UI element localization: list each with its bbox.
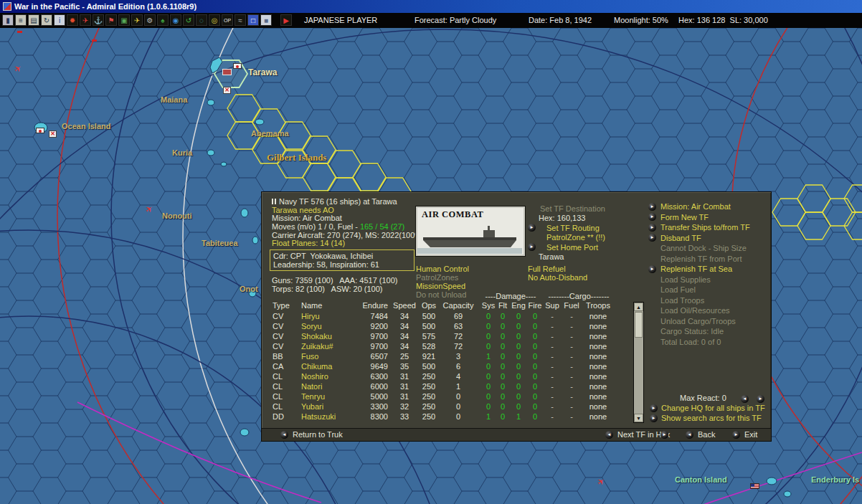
toolbar-icon-strip: ▮≡▤↻i✹✈⚓⚑▣✈⚙♠◉↺◌◎OP≈□■▶ — [2, 14, 292, 26]
ship-capacity: 6 — [442, 362, 474, 371]
exit-arrow-icon[interactable]: ► — [732, 431, 740, 439]
ship-name[interactable]: Fuso — [301, 352, 356, 361]
ship-troops: none — [583, 352, 613, 361]
info-icon[interactable]: i — [54, 14, 65, 26]
return-arrow-icon[interactable]: ◄ — [280, 431, 288, 439]
orders-icon[interactable]: ≡ — [15, 14, 27, 26]
ship-type: CA — [273, 362, 295, 371]
next-tf-arrow-icon[interactable]: ► — [660, 431, 668, 439]
ship-sys: 0 — [481, 312, 496, 320]
search-arcs-button[interactable]: Show search arcs for this TF — [661, 414, 762, 422]
ship-sys: 0 — [481, 362, 496, 371]
react-increase-icon[interactable]: ► — [757, 395, 764, 403]
ship-name[interactable]: Natori — [301, 382, 356, 391]
window-icon[interactable]: ■ — [260, 14, 272, 26]
back-arrow-icon[interactable]: ◄ — [686, 431, 693, 439]
ship-endure: 6507 — [356, 352, 388, 361]
ship-eng: 0 — [511, 352, 526, 361]
industry-icon[interactable]: ⚙ — [144, 14, 156, 26]
strategic-map[interactable]: TarawaMaianaOcean IslandAbemamaKuriaGilb… — [0, 28, 862, 504]
ship-name[interactable]: Hatsuzuki — [301, 412, 356, 421]
scroll-down-icon[interactable]: ▼ — [634, 414, 643, 422]
ship-fuel: - — [562, 372, 581, 381]
save-icon[interactable]: ▮ — [2, 14, 14, 26]
exit-button[interactable]: Exit — [744, 430, 757, 439]
ship-sys: 1 — [481, 352, 496, 361]
scrollbar-thumb[interactable] — [635, 312, 643, 338]
ship-capacity: 0 — [442, 402, 474, 411]
ship-ops: 500 — [417, 362, 441, 371]
game-window: War in the Pacific - Admiral Edition (1.… — [0, 0, 862, 504]
ship-flt: 0 — [496, 362, 510, 371]
task-force-panel: Navy TF 576 (16 ships) at Tarawa Tarawa … — [262, 192, 771, 441]
search-arcs-arrow-icon[interactable]: ► — [650, 414, 658, 422]
ship-name[interactable]: Chikuma — [301, 362, 356, 371]
column-header-name: Name — [301, 301, 356, 310]
change-hq-arrow-icon[interactable]: ► — [650, 404, 658, 412]
weather-icon[interactable]: ✹ — [67, 14, 78, 26]
ship-speed: 35 — [392, 362, 417, 371]
ship-speed: 34 — [392, 312, 417, 320]
ship-sys: 0 — [481, 332, 496, 341]
ship-troops: none — [583, 402, 613, 411]
ship-type: BB — [273, 352, 295, 361]
air-groups-icon[interactable]: ✈ — [131, 14, 143, 26]
reports-icon[interactable]: ▤ — [28, 14, 39, 26]
recycle-icon[interactable]: ↺ — [183, 14, 194, 26]
column-header-fire: Fire — [528, 301, 542, 310]
ship-capacity: 72 — [442, 342, 474, 351]
ship-eng: 0 — [511, 322, 526, 331]
ship-ops: 250 — [417, 402, 441, 411]
tree-icon[interactable]: ♠ — [157, 14, 169, 26]
ship-capacity: 72 — [442, 332, 474, 341]
date-indicator: Date: Feb 8, 1942 — [529, 13, 592, 28]
react-decrease-icon[interactable]: ◄ — [741, 395, 749, 403]
refresh-icon[interactable]: ↻ — [41, 14, 52, 26]
ship-sys: 0 — [481, 372, 496, 381]
back-button[interactable]: Back — [698, 430, 715, 439]
search-icon[interactable]: ◌ — [196, 14, 207, 26]
window-title: War in the Pacific - Admiral Edition (1.… — [14, 2, 196, 11]
ship-fire: 0 — [528, 352, 542, 361]
change-hq-button[interactable]: Change HQ for all ships in TF — [661, 404, 765, 412]
column-header-endure: Endure — [356, 301, 388, 310]
ship-name[interactable]: Shokaku — [301, 332, 356, 341]
display-icon[interactable]: □ — [247, 14, 259, 26]
contact-marker — [17, 31, 22, 33]
column-header-sys: Sys — [481, 301, 496, 310]
return-to-truk-button[interactable]: Return to Truk — [293, 430, 343, 439]
scroll-up-icon[interactable]: ▲ — [634, 303, 643, 311]
enemy-air-icon[interactable]: ✈ — [80, 14, 91, 26]
prev-tf-arrow-icon[interactable]: ◄ — [605, 431, 613, 439]
ship-speed: 34 — [392, 342, 417, 351]
ship-name[interactable]: Tenryu — [301, 392, 356, 401]
ship-ops: 500 — [417, 312, 441, 320]
signal-icon[interactable]: ≈ — [235, 14, 246, 26]
ship-name[interactable]: Noshiro — [301, 372, 356, 381]
ship-sys: 0 — [481, 342, 496, 351]
play-icon[interactable]: ▶ — [280, 14, 292, 26]
ship-name[interactable]: Soryu — [301, 322, 356, 331]
us-flag-icon — [750, 483, 759, 489]
ship-eng: 0 — [511, 382, 526, 391]
ship-table-scrollbar[interactable]: ▲ ▼ — [634, 303, 643, 422]
ship-eng: 0 — [511, 362, 526, 371]
ship-ops: 500 — [417, 322, 441, 331]
ship-name[interactable]: Zuikaku# — [301, 342, 356, 351]
naval-icon[interactable]: ⚓ — [93, 14, 104, 26]
ship-endure: 9700 — [356, 332, 388, 341]
ship-name[interactable]: Yubari — [301, 402, 356, 411]
ship-sup: - — [544, 412, 560, 421]
ship-troops: none — [583, 332, 613, 341]
ship-ops: 250 — [417, 412, 441, 421]
ground-forces-icon[interactable]: ▣ — [118, 14, 130, 26]
ship-name[interactable]: Hiryu — [301, 312, 356, 320]
globe-icon[interactable]: ◉ — [170, 14, 181, 26]
japanese-flag-icon — [36, 128, 44, 133]
ship-flt: 0 — [496, 372, 510, 381]
op-icon[interactable]: OP — [222, 14, 233, 26]
ship-type: CV — [273, 322, 295, 331]
target-icon[interactable]: ◎ — [209, 14, 220, 26]
flag-icon[interactable]: ⚑ — [105, 14, 117, 26]
base-marker: ✕ — [49, 130, 57, 138]
